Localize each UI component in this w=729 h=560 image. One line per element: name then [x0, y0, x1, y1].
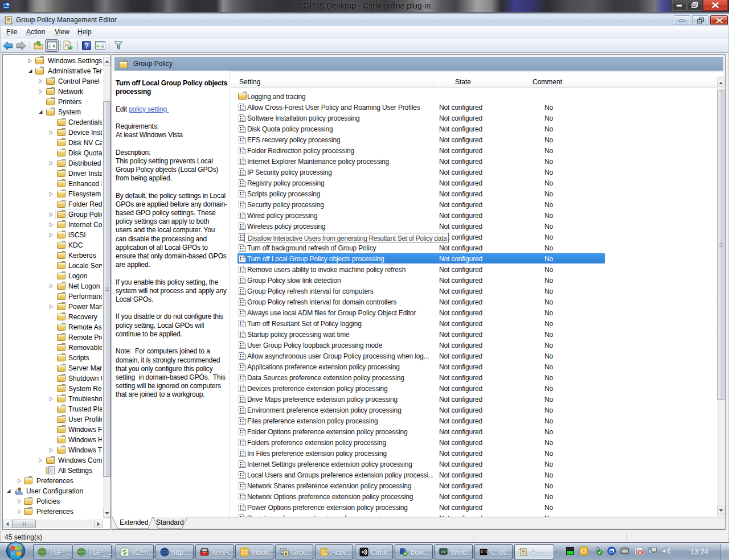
- svg-text:?: ?: [84, 42, 89, 50]
- svg-text:O: O: [242, 549, 247, 555]
- svg-text:O: O: [581, 547, 587, 554]
- svg-text:C:\: C:\: [481, 550, 488, 554]
- svg-text:vm: vm: [622, 549, 628, 554]
